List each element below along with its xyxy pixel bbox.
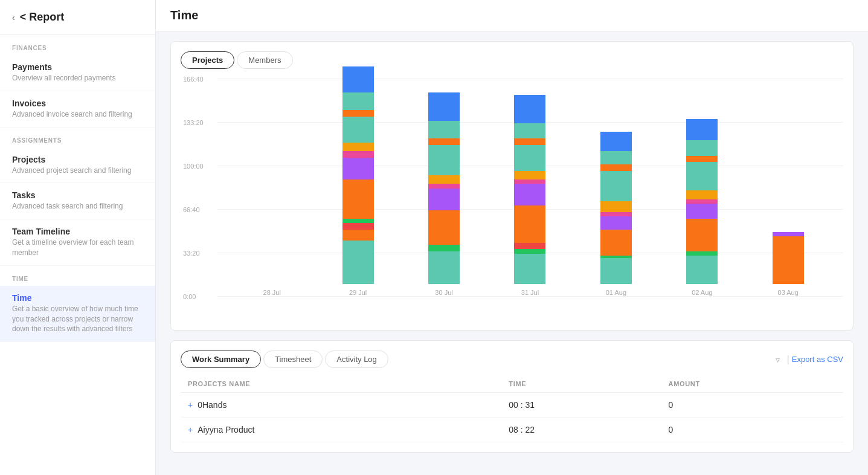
project-name-cell: +0Hands [181,393,501,418]
bar-segment [342,219,374,223]
sidebar-item-desc: Advanced invoice search and filtering [12,109,143,120]
bar-x-label: 02 Aug [692,289,712,296]
table-card: Work SummaryTimesheetActivity Log ▿ | Ex… [170,340,854,453]
bar-segment [686,119,718,141]
table-row: +0Hands00 : 310 [181,393,843,418]
sidebar-item-desc: Advanced task search and filtering [12,201,143,212]
bar-segment [514,145,545,171]
bar-segment [600,171,632,201]
chart-tab-members[interactable]: Members [237,51,292,69]
chart-tab-group: ProjectsMembers [181,51,843,69]
sidebar-item-payments[interactable]: PaymentsOverview all recorded payments [0,55,155,91]
bar-x-label: 30 Jul [435,289,452,296]
bar-segment [514,123,545,138]
bar-segment [514,243,545,250]
page-title: Time [170,8,198,22]
grid-label: 66:40 [183,206,200,213]
bar-segment [428,245,460,251]
sidebar-item-desc: Get a timeline overview for each team me… [12,238,143,258]
export-csv-button[interactable]: Export as CSV [792,355,843,364]
grid-label: 166:40 [183,76,204,83]
bar-segment [342,241,374,284]
bar-segment [514,171,545,179]
bar-segment [428,184,460,188]
bar-segment [686,156,718,163]
row-expand-icon[interactable]: + [188,400,193,410]
bar-segment [428,92,460,121]
grid-label: 100:00 [183,163,204,170]
bar-segment [342,110,374,117]
bar-x-label: 01 Aug [606,289,626,296]
bar-segment [686,190,718,199]
sidebar-item-title: Projects [12,155,143,164]
bar-segment [342,179,374,219]
sidebar-item-invoices[interactable]: InvoicesAdvanced invoice search and filt… [0,91,155,128]
bar-segment [428,251,460,284]
sidebar-item-tasks[interactable]: TasksAdvanced task search and filtering [0,183,155,219]
sidebar-item-team-timeline[interactable]: Team TimelineGet a timeline overview for… [0,219,155,266]
sidebar-title: < Report [20,11,65,24]
bar-segment [428,121,460,138]
grid-line: 0:00 [217,296,843,297]
bar-segment [428,175,460,184]
time-cell: 00 : 31 [501,393,661,418]
bar-segment [514,205,545,242]
bottom-tab-work-summary[interactable]: Work Summary [181,351,261,368]
bar-group: 03 Aug [773,232,804,296]
bar-segment [342,230,374,241]
stacked-bar [686,118,718,284]
bar-segment [600,230,632,256]
row-expand-icon[interactable]: + [188,425,193,435]
grid-label: 0:00 [183,293,196,300]
filter-icon[interactable]: ▿ [776,355,780,364]
sidebar-item-title: Time [12,293,143,303]
sidebar-item-title: Tasks [12,190,143,200]
bar-segment [342,143,374,151]
sidebar-item-time[interactable]: TimeGet a basic overview of how much tim… [0,286,155,342]
bar-segment [600,216,632,230]
stacked-bar [342,66,374,284]
bar-x-label: 28 Jul [263,289,281,296]
sidebar: ‹ < Report FINANCESPaymentsOverview all … [0,0,156,475]
sidebar-item-projects[interactable]: ProjectsAdvanced project search and filt… [0,147,155,184]
bar-group: 02 Aug [686,118,718,296]
time-cell: 08 : 22 [501,418,661,442]
bar-segment [514,184,545,205]
bar-segment [600,258,632,284]
stacked-bar [514,95,545,284]
project-name: Aiyyna Product [198,425,254,435]
back-icon[interactable]: ‹ [12,13,15,22]
bar-group: 29 Jul [342,66,374,296]
amount-cell: 0 [661,393,843,418]
bar-segment [686,140,718,155]
bar-segment [514,95,545,123]
bar-segment [600,212,632,216]
project-name-cell: +Aiyyna Product [181,418,501,442]
amount-cell: 0 [661,418,843,442]
chart-tab-projects[interactable]: Projects [181,51,234,69]
table-actions: ▿ | Export as CSV [776,354,843,365]
sidebar-item-desc: Get a basic overview of how much time yo… [12,304,143,334]
main-header: Time [156,0,868,31]
bottom-tab-timesheet[interactable]: Timesheet [263,351,323,368]
sidebar-item-title: Invoices [12,99,143,108]
stacked-bar [428,92,460,284]
bar-segment [773,236,804,284]
bar-segment [600,201,632,212]
main-content: Time ProjectsMembers 166:40133:20100:006… [156,0,868,475]
sidebar-header[interactable]: ‹ < Report [0,0,155,35]
bottom-tab-activity-log[interactable]: Activity Log [325,351,388,368]
sidebar-section-label: ASSIGNMENTS [0,128,155,147]
sidebar-section-label: TIME [0,266,155,286]
bar-x-label: 31 Jul [521,289,539,296]
bars-container: 28 Jul29 Jul30 Jul31 Jul01 Aug02 Aug03 A… [217,79,843,296]
bar-x-label: 29 Jul [349,289,367,296]
bar-group: 31 Jul [514,95,545,296]
chart-area: 166:40133:20100:0066:4033:200:0028 Jul29… [181,79,843,320]
table-col-time: TIME [501,375,661,393]
bar-segment [342,92,374,110]
bar-segment [342,151,374,158]
bar-segment [342,223,374,230]
chart-card: ProjectsMembers 166:40133:20100:0066:403… [170,41,854,331]
bar-segment [428,145,460,175]
